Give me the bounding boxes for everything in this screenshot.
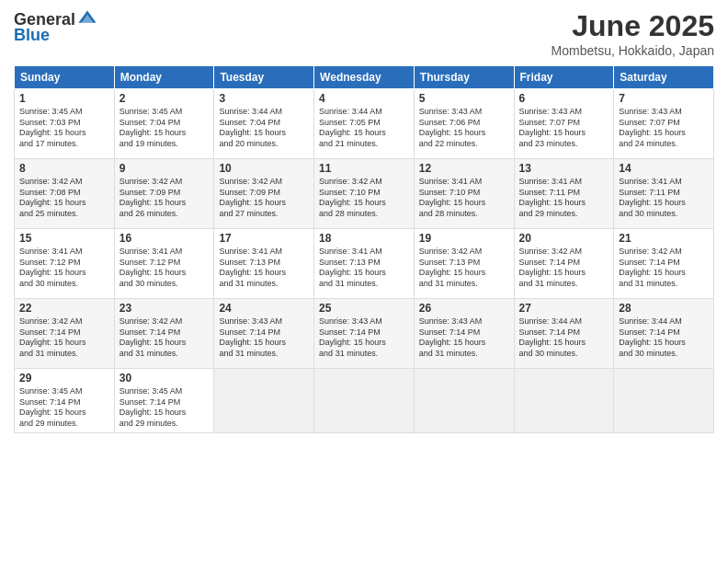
calendar-cell: 29Sunrise: 3:45 AM Sunset: 7:14 PM Dayli… [15, 369, 115, 433]
calendar-cell: 9Sunrise: 3:42 AM Sunset: 7:09 PM Daylig… [114, 159, 214, 229]
day-number: 23 [119, 302, 210, 315]
day-number: 10 [219, 162, 309, 175]
day-number: 15 [19, 232, 109, 245]
calendar-cell: 21Sunrise: 3:42 AM Sunset: 7:14 PM Dayli… [614, 229, 714, 299]
logo-icon [77, 9, 97, 29]
day-info: Sunrise: 3:45 AM Sunset: 7:14 PM Dayligh… [119, 386, 210, 430]
day-info: Sunrise: 3:41 AM Sunset: 7:12 PM Dayligh… [119, 247, 210, 290]
calendar-cell: 7Sunrise: 3:43 AM Sunset: 7:07 PM Daylig… [614, 89, 714, 159]
day-info: Sunrise: 3:41 AM Sunset: 7:10 PM Dayligh… [419, 177, 509, 220]
day-info: Sunrise: 3:43 AM Sunset: 7:07 PM Dayligh… [619, 107, 709, 150]
calendar-cell: 18Sunrise: 3:41 AM Sunset: 7:13 PM Dayli… [314, 229, 415, 299]
calendar-cell: 27Sunrise: 3:44 AM Sunset: 7:14 PM Dayli… [514, 299, 614, 369]
day-info: Sunrise: 3:42 AM Sunset: 7:10 PM Dayligh… [319, 177, 409, 220]
calendar-cell: 20Sunrise: 3:42 AM Sunset: 7:14 PM Dayli… [514, 229, 614, 299]
calendar-cell: 19Sunrise: 3:42 AM Sunset: 7:13 PM Dayli… [414, 229, 514, 299]
day-number: 9 [119, 162, 210, 175]
day-info: Sunrise: 3:43 AM Sunset: 7:14 PM Dayligh… [319, 316, 409, 360]
calendar-week-row: 15Sunrise: 3:41 AM Sunset: 7:12 PM Dayli… [15, 229, 714, 299]
day-number: 26 [419, 302, 509, 315]
calendar-week-row: 1Sunrise: 3:45 AM Sunset: 7:03 PM Daylig… [15, 89, 714, 159]
day-number: 24 [219, 302, 309, 315]
day-number: 20 [519, 232, 609, 245]
day-info: Sunrise: 3:42 AM Sunset: 7:09 PM Dayligh… [119, 177, 210, 220]
calendar-cell: 4Sunrise: 3:44 AM Sunset: 7:05 PM Daylig… [314, 89, 415, 159]
day-info: Sunrise: 3:44 AM Sunset: 7:04 PM Dayligh… [219, 107, 309, 150]
calendar-cell: 10Sunrise: 3:42 AM Sunset: 7:09 PM Dayli… [214, 159, 314, 229]
calendar-cell: 12Sunrise: 3:41 AM Sunset: 7:10 PM Dayli… [414, 159, 514, 229]
calendar-body: 1Sunrise: 3:45 AM Sunset: 7:03 PM Daylig… [15, 89, 714, 433]
day-info: Sunrise: 3:42 AM Sunset: 7:09 PM Dayligh… [219, 177, 309, 220]
calendar-header-friday: Friday [514, 66, 614, 89]
day-info: Sunrise: 3:44 AM Sunset: 7:05 PM Dayligh… [319, 107, 409, 150]
calendar-week-row: 29Sunrise: 3:45 AM Sunset: 7:14 PM Dayli… [15, 369, 714, 433]
calendar-cell: 22Sunrise: 3:42 AM Sunset: 7:14 PM Dayli… [15, 299, 115, 369]
day-number: 28 [619, 302, 709, 315]
title-block: June 2025 Mombetsu, Hokkaido, Japan [552, 9, 714, 58]
day-info: Sunrise: 3:41 AM Sunset: 7:11 PM Dayligh… [519, 177, 609, 220]
calendar-cell: 6Sunrise: 3:43 AM Sunset: 7:07 PM Daylig… [514, 89, 614, 159]
day-number: 13 [519, 162, 609, 175]
day-number: 27 [519, 302, 609, 315]
calendar-cell: 24Sunrise: 3:43 AM Sunset: 7:14 PM Dayli… [214, 299, 314, 369]
calendar-cell: 16Sunrise: 3:41 AM Sunset: 7:12 PM Dayli… [114, 229, 214, 299]
day-number: 6 [519, 92, 609, 105]
calendar-header-monday: Monday [114, 66, 214, 89]
day-info: Sunrise: 3:45 AM Sunset: 7:03 PM Dayligh… [19, 107, 109, 150]
day-info: Sunrise: 3:42 AM Sunset: 7:14 PM Dayligh… [119, 316, 210, 360]
day-number: 8 [19, 162, 109, 175]
day-number: 25 [319, 302, 409, 315]
calendar-cell: 23Sunrise: 3:42 AM Sunset: 7:14 PM Dayli… [114, 299, 214, 369]
calendar-header-wednesday: Wednesday [314, 66, 415, 89]
day-info: Sunrise: 3:45 AM Sunset: 7:14 PM Dayligh… [19, 386, 109, 430]
calendar-cell: 25Sunrise: 3:43 AM Sunset: 7:14 PM Dayli… [314, 299, 415, 369]
calendar-cell [514, 369, 614, 433]
calendar-week-row: 22Sunrise: 3:42 AM Sunset: 7:14 PM Dayli… [15, 299, 714, 369]
calendar-cell: 17Sunrise: 3:41 AM Sunset: 7:13 PM Dayli… [214, 229, 314, 299]
calendar-header-thursday: Thursday [414, 66, 514, 89]
day-number: 21 [619, 232, 709, 245]
day-number: 2 [119, 92, 210, 105]
calendar-cell: 26Sunrise: 3:43 AM Sunset: 7:14 PM Dayli… [414, 299, 514, 369]
calendar-table: SundayMondayTuesdayWednesdayThursdayFrid… [14, 65, 714, 433]
day-number: 11 [319, 162, 409, 175]
logo: General Blue [14, 9, 97, 45]
day-info: Sunrise: 3:43 AM Sunset: 7:07 PM Dayligh… [519, 107, 609, 150]
calendar-header-tuesday: Tuesday [214, 66, 314, 89]
day-info: Sunrise: 3:43 AM Sunset: 7:14 PM Dayligh… [219, 316, 309, 360]
logo-blue: Blue [14, 26, 50, 45]
day-info: Sunrise: 3:44 AM Sunset: 7:14 PM Dayligh… [519, 316, 609, 360]
calendar-header-sunday: Sunday [15, 66, 115, 89]
calendar-cell: 5Sunrise: 3:43 AM Sunset: 7:06 PM Daylig… [414, 89, 514, 159]
day-info: Sunrise: 3:42 AM Sunset: 7:14 PM Dayligh… [19, 316, 109, 360]
calendar-cell: 30Sunrise: 3:45 AM Sunset: 7:14 PM Dayli… [114, 369, 214, 433]
title-location: Mombetsu, Hokkaido, Japan [552, 43, 714, 58]
calendar-header-row: SundayMondayTuesdayWednesdayThursdayFrid… [15, 66, 714, 89]
day-info: Sunrise: 3:42 AM Sunset: 7:14 PM Dayligh… [619, 247, 709, 290]
calendar-cell [414, 369, 514, 433]
day-number: 17 [219, 232, 309, 245]
day-number: 7 [619, 92, 709, 105]
calendar-cell: 28Sunrise: 3:44 AM Sunset: 7:14 PM Dayli… [614, 299, 714, 369]
day-number: 14 [619, 162, 709, 175]
calendar-cell: 15Sunrise: 3:41 AM Sunset: 7:12 PM Dayli… [15, 229, 115, 299]
day-info: Sunrise: 3:43 AM Sunset: 7:06 PM Dayligh… [419, 107, 509, 150]
day-number: 19 [419, 232, 509, 245]
day-number: 5 [419, 92, 509, 105]
day-number: 12 [419, 162, 509, 175]
day-info: Sunrise: 3:42 AM Sunset: 7:14 PM Dayligh… [519, 247, 609, 290]
calendar-cell: 3Sunrise: 3:44 AM Sunset: 7:04 PM Daylig… [214, 89, 314, 159]
day-info: Sunrise: 3:41 AM Sunset: 7:13 PM Dayligh… [219, 247, 309, 290]
calendar-week-row: 8Sunrise: 3:42 AM Sunset: 7:08 PM Daylig… [15, 159, 714, 229]
header: General Blue June 2025 Mombetsu, Hokkaid… [14, 9, 714, 58]
day-info: Sunrise: 3:45 AM Sunset: 7:04 PM Dayligh… [119, 107, 210, 150]
day-number: 4 [319, 92, 409, 105]
day-info: Sunrise: 3:42 AM Sunset: 7:08 PM Dayligh… [19, 177, 109, 220]
day-number: 29 [19, 372, 109, 385]
calendar-cell [214, 369, 314, 433]
day-number: 18 [319, 232, 409, 245]
calendar-cell: 1Sunrise: 3:45 AM Sunset: 7:03 PM Daylig… [15, 89, 115, 159]
day-info: Sunrise: 3:41 AM Sunset: 7:13 PM Dayligh… [319, 247, 409, 290]
day-number: 16 [119, 232, 210, 245]
calendar-cell: 13Sunrise: 3:41 AM Sunset: 7:11 PM Dayli… [514, 159, 614, 229]
